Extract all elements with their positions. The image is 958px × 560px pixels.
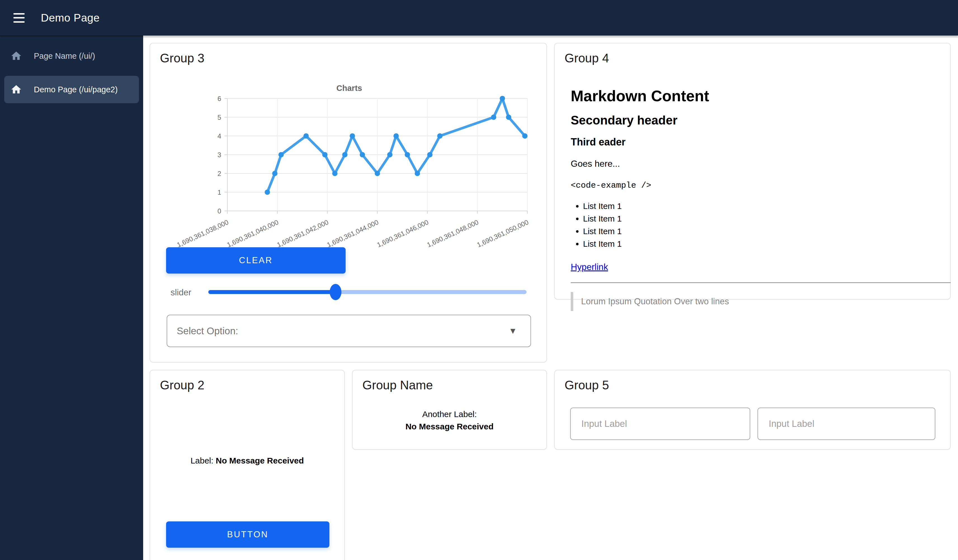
svg-text:1,690,361,042,000: 1,690,361,042,000 bbox=[276, 218, 330, 249]
slider-track[interactable] bbox=[208, 290, 527, 294]
another-label-value: No Message Received bbox=[353, 422, 546, 432]
markdown-h2: Secondary header bbox=[571, 113, 935, 127]
list-item: List Item 1 bbox=[583, 227, 935, 236]
slider-fill bbox=[208, 290, 336, 294]
group3-card: Group 3 Charts01234561,690,361,038,0001,… bbox=[150, 43, 547, 363]
group-name-card: Group Name Another Label: No Message Rec… bbox=[352, 370, 547, 450]
svg-text:1,690,361,044,000: 1,690,361,044,000 bbox=[326, 218, 380, 249]
select-label: Select Option: bbox=[177, 325, 238, 336]
top-navbar: Demo Page bbox=[0, 0, 958, 35]
line-chart: Charts01234561,690,361,038,0001,690,361,… bbox=[150, 77, 547, 245]
sidebar-item-page-name[interactable]: Page Name (/ui/) bbox=[4, 42, 139, 70]
svg-text:1: 1 bbox=[217, 189, 221, 196]
another-label: Another Label: bbox=[353, 409, 546, 419]
group2-card: Group 2 Label: No Message Received BUTTO… bbox=[150, 370, 345, 560]
svg-text:Charts: Charts bbox=[336, 84, 362, 93]
svg-text:1,690,361,038,000: 1,690,361,038,000 bbox=[176, 218, 230, 249]
svg-text:1,690,361,046,000: 1,690,361,046,000 bbox=[376, 218, 430, 249]
group2-title: Group 2 bbox=[160, 378, 205, 392]
svg-text:1,690,361,050,000: 1,690,361,050,000 bbox=[476, 218, 530, 249]
blockquote: Lorum Ipsum Quotation Over two lines bbox=[571, 292, 935, 311]
svg-text:1,690,361,040,000: 1,690,361,040,000 bbox=[226, 218, 280, 249]
group3-title: Group 3 bbox=[160, 51, 205, 65]
svg-text:5: 5 bbox=[217, 114, 221, 121]
group-name-title: Group Name bbox=[362, 378, 433, 392]
app-title: Demo Page bbox=[41, 12, 100, 24]
divider bbox=[571, 282, 951, 283]
markdown-h1: Markdown Content bbox=[571, 87, 935, 105]
svg-text:0: 0 bbox=[217, 207, 221, 215]
main-content: Group 3 Charts01234561,690,361,038,0001,… bbox=[143, 35, 958, 560]
markdown-content: Markdown Content Secondary header Third … bbox=[571, 80, 935, 311]
clear-button[interactable]: CLEAR bbox=[166, 247, 346, 274]
slider-thumb[interactable] bbox=[330, 284, 341, 300]
group5-card: Group 5 bbox=[554, 370, 951, 450]
input-field-2[interactable] bbox=[758, 408, 935, 440]
markdown-h3: Third eader bbox=[571, 136, 935, 148]
hyperlink[interactable]: Hyperlink bbox=[571, 262, 608, 272]
sidebar-item-label: Demo Page (/ui/page2) bbox=[34, 85, 118, 94]
caret-down-icon: ▼ bbox=[509, 326, 517, 336]
markdown-list: List Item 1 List Item 1 List Item 1 List… bbox=[571, 201, 935, 249]
sidebar-item-label: Page Name (/ui/) bbox=[34, 51, 95, 61]
group4-title: Group 4 bbox=[565, 51, 609, 65]
slider-row: slider bbox=[150, 280, 547, 305]
hamburger-menu-icon[interactable] bbox=[13, 13, 25, 23]
markdown-code: <code-example /> bbox=[571, 181, 935, 190]
input-field-1[interactable] bbox=[570, 408, 750, 440]
home-icon bbox=[10, 50, 22, 62]
group5-title: Group 5 bbox=[565, 378, 609, 392]
group4-card: Group 4 Markdown Content Secondary heade… bbox=[554, 43, 951, 300]
svg-text:6: 6 bbox=[217, 95, 221, 102]
list-item: List Item 1 bbox=[583, 239, 935, 249]
list-item: List Item 1 bbox=[583, 214, 935, 224]
content-scrollbar[interactable] bbox=[143, 35, 958, 38]
svg-text:1,690,361,048,000: 1,690,361,048,000 bbox=[426, 218, 479, 249]
group2-message: Label: No Message Received bbox=[150, 456, 344, 465]
sidebar: Page Name (/ui/) Demo Page (/ui/page2) bbox=[0, 35, 143, 560]
message-label: Label: bbox=[190, 456, 213, 465]
message-value: No Message Received bbox=[216, 456, 304, 465]
select-option-dropdown[interactable]: Select Option: ▼ bbox=[167, 315, 531, 347]
group2-button[interactable]: BUTTON bbox=[166, 521, 329, 548]
home-icon bbox=[10, 84, 22, 95]
svg-text:3: 3 bbox=[217, 151, 221, 159]
markdown-paragraph: Goes here... bbox=[571, 159, 935, 169]
demo-page: Demo Page Page Name (/ui/) Demo Page (/u… bbox=[0, 0, 958, 560]
svg-text:4: 4 bbox=[217, 132, 221, 140]
svg-text:2: 2 bbox=[217, 170, 221, 177]
slider-label: slider bbox=[171, 287, 191, 298]
list-item: List Item 1 bbox=[583, 201, 935, 211]
sidebar-item-demo-page[interactable]: Demo Page (/ui/page2) bbox=[4, 76, 139, 103]
